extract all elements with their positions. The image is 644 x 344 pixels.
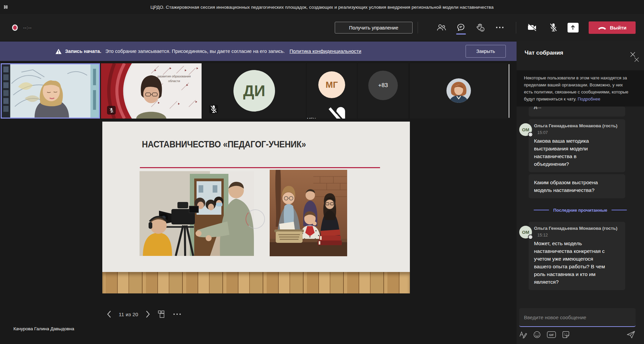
teams-meeting-window: ЦРДО. Стажировочная сессия инновационных…: [0, 0, 644, 344]
message-text: Может, есть модель наставничества конкре…: [534, 239, 605, 286]
clipped-message-bubble[interactable]: д...: [529, 107, 625, 117]
more-slide-options-icon[interactable]: [173, 313, 181, 315]
meeting-timer: --:--: [23, 25, 32, 30]
slide-title: НАСТАВНИЧЕСТВО «ПЕДАГОГ-УЧЕНИК»: [142, 139, 328, 150]
video2-backdrop-line2: области: [168, 79, 180, 83]
banner-dismiss-button[interactable]: Закрыть: [466, 45, 506, 58]
previous-slide-icon[interactable]: [107, 311, 111, 318]
participants-filmstrip: развития образования области ДИ: [0, 63, 517, 119]
presence-badge: [528, 234, 533, 239]
mic-off-icon: [109, 108, 114, 113]
close-icon: [634, 57, 639, 62]
chat-toggle-button[interactable]: [453, 14, 468, 41]
close-icon: [4, 5, 8, 9]
notice-text: Некоторые пользователи в этом чате наход…: [524, 75, 628, 101]
video-tile-2[interactable]: развития образования области: [101, 63, 202, 119]
meeting-stage: Запись начата. Это собрание записывается…: [0, 41, 517, 344]
toolbar-separator: [516, 22, 516, 33]
shared-presentation-slide: НАСТАВНИЧЕСТВО «ПЕДАГОГ-УЧЕНИК»: [102, 122, 410, 293]
chat-message-bubble[interactable]: Ольга Геннадьевна Монакова (гость) 15:07…: [529, 119, 625, 172]
filmstrip-scrollbar[interactable]: [508, 64, 509, 118]
leave-meeting-button[interactable]: Выйти: [589, 21, 636, 34]
send-icon[interactable]: [626, 330, 636, 339]
overflow-count: +83: [368, 71, 398, 100]
divider-label: Последние прочитанные: [553, 208, 607, 213]
presence-badge: [528, 132, 533, 137]
slide-navigation: 11 из 20: [107, 308, 181, 320]
divider-line: [534, 210, 549, 211]
sticker-icon[interactable]: [562, 331, 570, 339]
format-icon[interactable]: [519, 331, 527, 339]
recording-indicator: --:--: [12, 14, 32, 41]
audio-tile-mg[interactable]: МГ МБУ ДО Д...: [307, 63, 357, 119]
slide-photo-film-set: [140, 171, 254, 256]
raise-hand-icon: [476, 23, 485, 32]
last-read-divider: Последние прочитанные: [521, 207, 639, 213]
next-slide-icon[interactable]: [146, 311, 150, 318]
mic-muted-badge: [107, 106, 116, 115]
video2-backdrop-line1: развития образования: [157, 74, 191, 78]
warning-icon: [55, 49, 62, 54]
participant-label-row: МБУ ДО Д...: [307, 104, 357, 119]
take-control-button[interactable]: Получить управление: [335, 22, 413, 33]
video-tile-active-speaker[interactable]: [1, 63, 100, 119]
message-author: Ольга Геннадьевна Монакова (гость) 15:07: [534, 123, 620, 136]
chat-panel-title: Чат собрания: [525, 50, 563, 56]
share-icon: [568, 23, 579, 32]
mic-off-button[interactable]: [546, 14, 561, 41]
participants-button[interactable]: [434, 14, 449, 41]
avatar: ОМ: [519, 226, 532, 238]
video-feed-2: развития образования области: [101, 63, 202, 119]
share-screen-button[interactable]: [566, 14, 580, 41]
avatar-initials: МГ: [318, 71, 345, 98]
gif-icon[interactable]: GIF: [547, 331, 556, 338]
mic-off-icon: [549, 23, 558, 32]
participant-photo-avatar: [446, 78, 471, 103]
record-icon: [12, 24, 18, 31]
slide-photo-group-portrait: [270, 170, 347, 256]
hangup-icon: [598, 25, 606, 30]
mic-off-icon: [209, 105, 218, 114]
clipped-message-text: д...: [534, 107, 620, 110]
video-feed-1: [2, 64, 99, 118]
message-text: Каким образом выстроена модель наставнич…: [534, 179, 605, 194]
presenter-name-label: Качурова Галина Давыдовна: [13, 326, 74, 331]
recording-banner-text: Запись начата. Это собрание записывается…: [55, 42, 361, 61]
chat-message-list[interactable]: д... ОМ Ольга Геннадьевна Монакова (гост…: [517, 107, 644, 290]
divider-line: [611, 210, 627, 211]
audio-tile-di[interactable]: ДИ: [203, 63, 306, 119]
close-window-button[interactable]: [0, 0, 11, 14]
chat-message-bubble[interactable]: Каким образом выстроена модель наставнич…: [529, 174, 625, 198]
meeting-toolbar: --:-- Получить управление: [0, 14, 644, 41]
chat-icon: [457, 23, 465, 32]
audio-tile-photo[interactable]: [410, 63, 507, 119]
banner-body: Это собрание записывается. Присоединяясь…: [105, 49, 285, 54]
chat-message-bubble[interactable]: Ольга Геннадьевна Монакова (гость) 15:12…: [529, 222, 625, 290]
presenter-pointer-ring: [246, 209, 265, 229]
slide-accent-rule: [140, 167, 380, 168]
chat-active-underline: [456, 33, 466, 35]
message-author: Ольга Геннадьевна Монакова (гость) 15:12: [534, 225, 620, 238]
camera-off-button[interactable]: [525, 14, 539, 41]
participant-name-label: МБУ ДО Д...: [307, 117, 322, 119]
more-options-button[interactable]: [492, 14, 507, 41]
message-text: Какова ваша методика выстраивания модели…: [534, 137, 605, 168]
slide-floor-graphic: [102, 272, 410, 293]
ellipsis-icon: [495, 26, 504, 28]
emoji-icon[interactable]: [533, 331, 541, 339]
window-title: ЦРДО. Стажировочная сессия инновационных…: [0, 0, 644, 14]
leave-label: Выйти: [610, 25, 626, 30]
notice-learn-more-link[interactable]: Подробнее: [578, 96, 600, 101]
composer-toolbar: GIF: [519, 330, 636, 340]
title-bar: ЦРДО. Стажировочная сессия инновационных…: [0, 0, 644, 14]
overflow-tile[interactable]: +83: [358, 63, 408, 119]
recording-banner: Запись начата. Это собрание записывается…: [0, 42, 517, 61]
message-input[interactable]: [519, 308, 636, 327]
chat-message-group: ОМ Ольга Геннадьевна Монакова (гость) 15…: [517, 119, 644, 198]
layout-grid-icon[interactable]: [158, 310, 166, 318]
reactions-button[interactable]: [473, 14, 488, 41]
notice-dismiss-button[interactable]: [633, 56, 641, 64]
mic-muted-badge: [209, 105, 218, 114]
privacy-policy-link[interactable]: Политика конфиденциальности: [289, 49, 361, 54]
slide-page-indicator: 11 из 20: [119, 312, 138, 317]
